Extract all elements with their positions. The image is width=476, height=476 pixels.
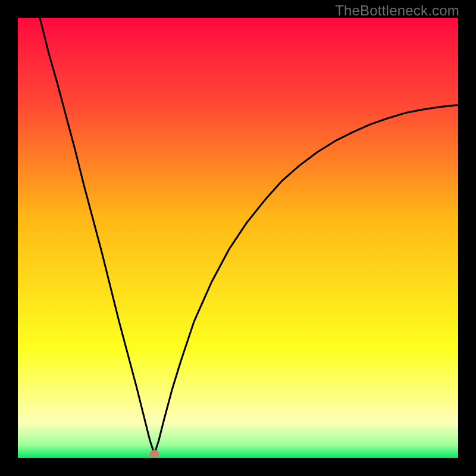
watermark-text: TheBottleneck.com bbox=[335, 2, 459, 19]
marker-dot bbox=[149, 450, 159, 458]
gradient-background bbox=[18, 18, 458, 458]
plot-area bbox=[18, 18, 458, 458]
chart-svg bbox=[18, 18, 458, 458]
chart-container: TheBottleneck.com bbox=[0, 0, 476, 476]
